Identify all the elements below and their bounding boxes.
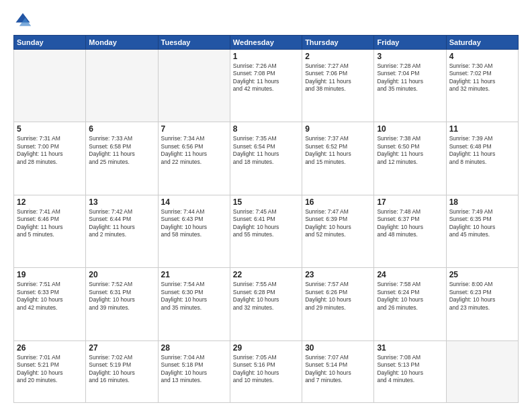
day-number: 8 xyxy=(233,124,299,134)
day-info: Sunrise: 7:08 AM Sunset: 5:13 PM Dayligh… xyxy=(377,354,443,385)
day-number: 16 xyxy=(305,197,371,207)
day-number: 2 xyxy=(305,52,371,61)
day-info: Sunrise: 7:38 AM Sunset: 6:50 PM Dayligh… xyxy=(377,135,443,166)
day-number: 15 xyxy=(233,197,299,207)
day-number: 10 xyxy=(377,124,443,134)
day-number: 25 xyxy=(449,270,515,279)
day-cell: 26Sunrise: 7:01 AM Sunset: 5:21 PM Dayli… xyxy=(14,340,86,402)
day-number: 11 xyxy=(449,124,515,134)
day-cell: 23Sunrise: 7:57 AM Sunset: 6:26 PM Dayli… xyxy=(302,268,374,340)
day-cell: 5Sunrise: 7:31 AM Sunset: 7:00 PM Daylig… xyxy=(14,122,86,195)
day-number: 6 xyxy=(89,124,154,134)
day-cell: 16Sunrise: 7:47 AM Sunset: 6:39 PM Dayli… xyxy=(302,195,374,267)
day-cell: 24Sunrise: 7:58 AM Sunset: 6:24 PM Dayli… xyxy=(374,268,446,340)
day-cell xyxy=(446,340,518,402)
day-info: Sunrise: 7:42 AM Sunset: 6:44 PM Dayligh… xyxy=(89,208,154,239)
day-cell: 27Sunrise: 7:02 AM Sunset: 5:19 PM Dayli… xyxy=(86,340,158,402)
day-cell: 22Sunrise: 7:55 AM Sunset: 6:28 PM Dayli… xyxy=(230,268,302,340)
day-info: Sunrise: 7:33 AM Sunset: 6:58 PM Dayligh… xyxy=(89,135,154,166)
day-info: Sunrise: 7:26 AM Sunset: 7:08 PM Dayligh… xyxy=(233,62,299,93)
day-number: 14 xyxy=(161,197,227,207)
day-info: Sunrise: 7:57 AM Sunset: 6:26 PM Dayligh… xyxy=(305,281,371,312)
day-cell: 1Sunrise: 7:26 AM Sunset: 7:08 PM Daylig… xyxy=(230,50,302,122)
day-number: 27 xyxy=(89,343,154,353)
day-cell: 4Sunrise: 7:30 AM Sunset: 7:02 PM Daylig… xyxy=(446,50,518,122)
day-number: 19 xyxy=(17,270,83,279)
day-cell: 11Sunrise: 7:39 AM Sunset: 6:48 PM Dayli… xyxy=(446,122,518,195)
day-info: Sunrise: 7:30 AM Sunset: 7:02 PM Dayligh… xyxy=(449,62,515,93)
day-number: 12 xyxy=(17,197,83,207)
week-row-1: 1Sunrise: 7:26 AM Sunset: 7:08 PM Daylig… xyxy=(14,50,519,122)
day-info: Sunrise: 7:44 AM Sunset: 6:43 PM Dayligh… xyxy=(161,208,227,239)
day-number: 24 xyxy=(377,270,443,279)
day-cell: 28Sunrise: 7:04 AM Sunset: 5:18 PM Dayli… xyxy=(158,340,230,402)
day-info: Sunrise: 7:49 AM Sunset: 6:35 PM Dayligh… xyxy=(449,208,515,239)
weekday-header-friday: Friday xyxy=(374,36,446,50)
day-cell: 12Sunrise: 7:41 AM Sunset: 6:46 PM Dayli… xyxy=(14,195,86,267)
header xyxy=(13,11,519,30)
day-info: Sunrise: 7:39 AM Sunset: 6:48 PM Dayligh… xyxy=(449,135,515,166)
logo-icon xyxy=(13,11,32,30)
day-info: Sunrise: 7:02 AM Sunset: 5:19 PM Dayligh… xyxy=(89,354,154,385)
day-info: Sunrise: 7:04 AM Sunset: 5:18 PM Dayligh… xyxy=(161,354,227,385)
weekday-header-row: SundayMondayTuesdayWednesdayThursdayFrid… xyxy=(14,36,519,50)
day-number: 4 xyxy=(449,52,515,61)
day-number: 17 xyxy=(377,197,443,207)
day-cell: 18Sunrise: 7:49 AM Sunset: 6:35 PM Dayli… xyxy=(446,195,518,267)
day-cell: 25Sunrise: 8:00 AM Sunset: 6:23 PM Dayli… xyxy=(446,268,518,340)
day-cell: 15Sunrise: 7:45 AM Sunset: 6:41 PM Dayli… xyxy=(230,195,302,267)
day-cell: 21Sunrise: 7:54 AM Sunset: 6:30 PM Dayli… xyxy=(158,268,230,340)
weekday-header-sunday: Sunday xyxy=(14,36,86,50)
day-info: Sunrise: 7:52 AM Sunset: 6:31 PM Dayligh… xyxy=(89,281,154,312)
week-row-2: 5Sunrise: 7:31 AM Sunset: 7:00 PM Daylig… xyxy=(14,122,519,195)
day-info: Sunrise: 7:41 AM Sunset: 6:46 PM Dayligh… xyxy=(17,208,83,239)
day-info: Sunrise: 7:54 AM Sunset: 6:30 PM Dayligh… xyxy=(161,281,227,312)
weekday-header-tuesday: Tuesday xyxy=(158,36,230,50)
week-row-4: 19Sunrise: 7:51 AM Sunset: 6:33 PM Dayli… xyxy=(14,268,519,340)
weekday-header-thursday: Thursday xyxy=(302,36,374,50)
day-info: Sunrise: 7:37 AM Sunset: 6:52 PM Dayligh… xyxy=(305,135,371,166)
day-info: Sunrise: 7:27 AM Sunset: 7:06 PM Dayligh… xyxy=(305,62,371,93)
day-info: Sunrise: 7:07 AM Sunset: 5:14 PM Dayligh… xyxy=(305,354,371,385)
logo xyxy=(13,11,35,30)
day-cell: 8Sunrise: 7:35 AM Sunset: 6:54 PM Daylig… xyxy=(230,122,302,195)
weekday-header-wednesday: Wednesday xyxy=(230,36,302,50)
day-number: 7 xyxy=(161,124,227,134)
day-number: 26 xyxy=(17,343,83,353)
day-info: Sunrise: 7:01 AM Sunset: 5:21 PM Dayligh… xyxy=(17,354,83,385)
day-cell xyxy=(158,50,230,122)
day-cell: 9Sunrise: 7:37 AM Sunset: 6:52 PM Daylig… xyxy=(302,122,374,195)
day-number: 18 xyxy=(449,197,515,207)
day-number: 23 xyxy=(305,270,371,279)
day-cell xyxy=(14,50,86,122)
day-info: Sunrise: 7:55 AM Sunset: 6:28 PM Dayligh… xyxy=(233,281,299,312)
day-info: Sunrise: 7:28 AM Sunset: 7:04 PM Dayligh… xyxy=(377,62,443,93)
week-row-5: 26Sunrise: 7:01 AM Sunset: 5:21 PM Dayli… xyxy=(14,340,519,402)
day-info: Sunrise: 7:51 AM Sunset: 6:33 PM Dayligh… xyxy=(17,281,83,312)
day-cell: 7Sunrise: 7:34 AM Sunset: 6:56 PM Daylig… xyxy=(158,122,230,195)
day-info: Sunrise: 8:00 AM Sunset: 6:23 PM Dayligh… xyxy=(449,281,515,312)
day-number: 5 xyxy=(17,124,83,134)
weekday-header-monday: Monday xyxy=(86,36,158,50)
day-cell: 17Sunrise: 7:48 AM Sunset: 6:37 PM Dayli… xyxy=(374,195,446,267)
day-number: 20 xyxy=(89,270,154,279)
day-cell: 31Sunrise: 7:08 AM Sunset: 5:13 PM Dayli… xyxy=(374,340,446,402)
day-cell: 30Sunrise: 7:07 AM Sunset: 5:14 PM Dayli… xyxy=(302,340,374,402)
day-number: 29 xyxy=(233,343,299,353)
day-number: 13 xyxy=(89,197,154,207)
day-cell: 2Sunrise: 7:27 AM Sunset: 7:06 PM Daylig… xyxy=(302,50,374,122)
day-number: 31 xyxy=(377,343,443,353)
day-info: Sunrise: 7:35 AM Sunset: 6:54 PM Dayligh… xyxy=(233,135,299,166)
day-number: 21 xyxy=(161,270,227,279)
day-info: Sunrise: 7:58 AM Sunset: 6:24 PM Dayligh… xyxy=(377,281,443,312)
day-cell: 29Sunrise: 7:05 AM Sunset: 5:16 PM Dayli… xyxy=(230,340,302,402)
weekday-header-saturday: Saturday xyxy=(446,36,518,50)
day-number: 28 xyxy=(161,343,227,353)
day-info: Sunrise: 7:34 AM Sunset: 6:56 PM Dayligh… xyxy=(161,135,227,166)
day-number: 1 xyxy=(233,52,299,61)
day-number: 30 xyxy=(305,343,371,353)
day-cell: 6Sunrise: 7:33 AM Sunset: 6:58 PM Daylig… xyxy=(86,122,158,195)
day-cell xyxy=(86,50,158,122)
day-info: Sunrise: 7:47 AM Sunset: 6:39 PM Dayligh… xyxy=(305,208,371,239)
day-cell: 3Sunrise: 7:28 AM Sunset: 7:04 PM Daylig… xyxy=(374,50,446,122)
